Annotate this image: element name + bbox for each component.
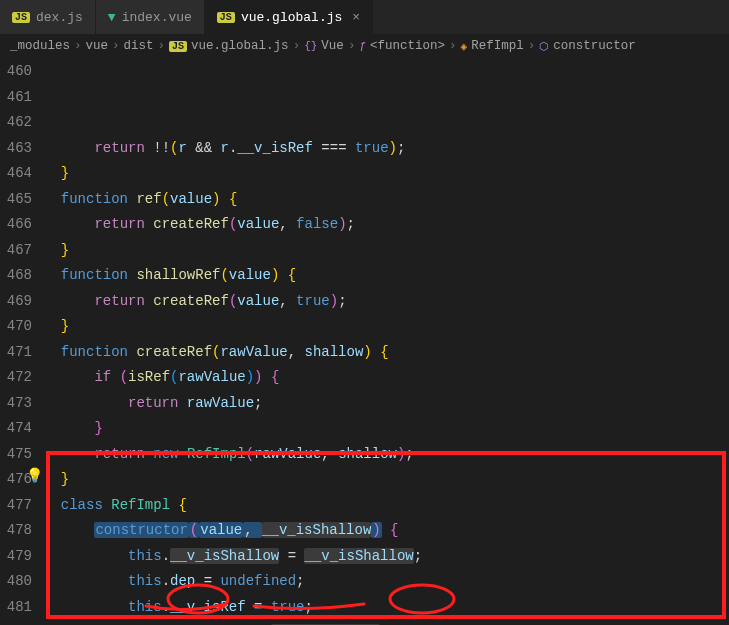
code-line: this.__v_isRef = true; [44,595,729,621]
class-icon: ◈ [461,40,468,53]
line-number: 468 [0,263,32,289]
function-icon: ƒ [359,40,366,52]
tab-label: index.vue [122,10,192,25]
tab-dex-js[interactable]: JS dex.js [0,0,96,34]
code-line: return createRef(value, true); [44,289,729,315]
line-number: 465 [0,187,32,213]
code-area[interactable]: 💡 return !!(r && r.__v_isRef === true); … [44,57,729,625]
code-line: return !!(r && r.__v_isRef === true); [44,136,729,162]
code-line: } [44,314,729,340]
chevron-icon: › [528,39,536,53]
tab-label: vue.global.js [241,10,342,25]
code-line: function shallowRef(value) { [44,263,729,289]
code-line: class RefImpl { [44,493,729,519]
code-line: } [44,467,729,493]
line-number: 478 [0,518,32,544]
code-line: } [44,161,729,187]
line-number: 477 [0,493,32,519]
line-number: 469 [0,289,32,315]
js-icon: JS [169,41,187,52]
tab-vue-global-js[interactable]: JS vue.global.js × [205,0,373,34]
line-number: 472 [0,365,32,391]
breadcrumb-part[interactable]: RefImpl [471,39,524,53]
line-number: 462 [0,110,32,136]
breadcrumb-part[interactable]: _modules [10,39,70,53]
code-line: return createRef(value, false); [44,212,729,238]
breadcrumb-part[interactable]: constructor [553,39,636,53]
line-number: 464 [0,161,32,187]
js-icon: JS [217,12,235,23]
chevron-icon: › [112,39,120,53]
code-line: constructor(value, __v_isShallow) { [44,518,729,544]
line-number: 473 [0,391,32,417]
method-icon: ⬡ [539,40,549,53]
line-number: 463 [0,136,32,162]
breadcrumb-part[interactable]: <function> [370,39,445,53]
code-line: this._rawValue = __v_isShallow ? value :… [44,620,729,625]
line-number: 467 [0,238,32,264]
code-line: this.dep = undefined; [44,569,729,595]
lightbulb-icon[interactable]: 💡 [26,464,43,490]
line-number: 481 [0,595,32,621]
js-icon: JS [12,12,30,23]
breadcrumb-part[interactable]: vue.global.js [191,39,289,53]
code-line: this.__v_isShallow = __v_isShallow; [44,544,729,570]
code-editor[interactable]: 4604614624634644654664674684694704714724… [0,57,729,625]
chevron-icon: › [348,39,356,53]
code-line: function createRef(rawValue, shallow) { [44,340,729,366]
line-number: 480 [0,569,32,595]
code-line: if (isRef(rawValue)) { [44,365,729,391]
tab-bar: JS dex.js ▼ index.vue JS vue.global.js × [0,0,729,35]
line-number: 466 [0,212,32,238]
code-line: function ref(value) { [44,187,729,213]
close-icon[interactable]: × [352,10,360,25]
line-number: 460 [0,59,32,85]
breadcrumb-part[interactable]: Vue [321,39,344,53]
code-line: return rawValue; [44,391,729,417]
breadcrumb: _modules › vue › dist › JS vue.global.js… [0,35,729,57]
chevron-icon: › [293,39,301,53]
line-number: 471 [0,340,32,366]
line-gutter: 4604614624634644654664674684694704714724… [0,57,44,625]
chevron-icon: › [158,39,166,53]
line-number: 470 [0,314,32,340]
code-line: return new RefImpl(rawValue, shallow); [44,442,729,468]
line-number: 479 [0,544,32,570]
tab-label: dex.js [36,10,83,25]
code-line: } [44,238,729,264]
namespace-icon: {} [304,40,317,52]
breadcrumb-part[interactable]: dist [124,39,154,53]
line-number: 474 [0,416,32,442]
tab-index-vue[interactable]: ▼ index.vue [96,0,205,34]
line-number: 461 [0,85,32,111]
chevron-icon: › [74,39,82,53]
vue-icon: ▼ [108,10,116,25]
code-line: } [44,416,729,442]
chevron-icon: › [449,39,457,53]
breadcrumb-part[interactable]: vue [86,39,109,53]
